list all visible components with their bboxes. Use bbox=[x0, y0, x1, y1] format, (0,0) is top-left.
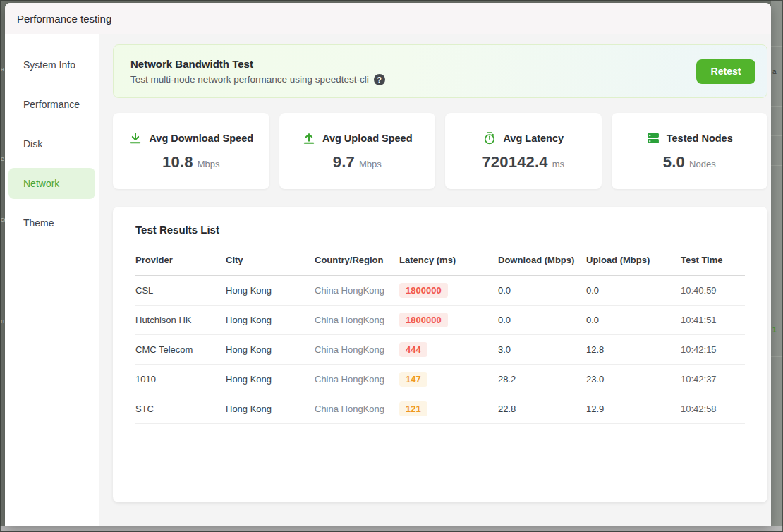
cell-provider: CSL bbox=[135, 285, 226, 296]
cell-city: Hong Kong bbox=[226, 404, 315, 414]
stat-unit: Nodes bbox=[689, 159, 716, 169]
cell-test-time: 10:42:15 bbox=[681, 344, 745, 355]
cell-download: 0.0 bbox=[498, 315, 586, 325]
content-panel: Network Bandwidth Test Test multi-node n… bbox=[99, 34, 771, 526]
stat-value: 9.7 bbox=[333, 153, 355, 171]
upload-icon bbox=[302, 131, 316, 145]
table-row: CSL Hong Kong China HongKong 1800000 0.0… bbox=[135, 276, 745, 306]
help-icon[interactable]: ? bbox=[374, 74, 385, 85]
sidebar-nav: System Info Performance Disk Network The… bbox=[5, 34, 99, 526]
cell-download: 22.8 bbox=[498, 404, 586, 414]
sidebar-item-label: System Info bbox=[23, 59, 75, 71]
retest-button[interactable]: Retest bbox=[696, 59, 755, 84]
stat-label: Avg Download Speed bbox=[149, 133, 253, 144]
latency-badge: 121 bbox=[399, 401, 427, 416]
sidebar-item[interactable]: Disk bbox=[8, 128, 95, 159]
cell-provider: CMC Telecom bbox=[135, 344, 226, 355]
sidebar-item[interactable]: Theme bbox=[8, 207, 95, 238]
column-header: City bbox=[226, 254, 315, 267]
cell-upload: 23.0 bbox=[586, 374, 681, 385]
sidebar-item[interactable]: System Info bbox=[8, 49, 95, 80]
backdrop-text-fragment: e bbox=[1, 155, 4, 162]
cell-test-time: 10:42:37 bbox=[681, 374, 745, 385]
latency-badge: 444 bbox=[399, 342, 427, 357]
sidebar-item[interactable]: Network bbox=[8, 168, 95, 199]
column-header: Provider bbox=[135, 254, 226, 267]
latency-badge: 1800000 bbox=[399, 313, 448, 327]
cell-city: Hong Kong bbox=[226, 344, 315, 355]
stat-card: Avg Download Speed 10.8 Mbps bbox=[113, 113, 269, 189]
backdrop-text-fragment: a bbox=[1, 66, 4, 73]
cell-provider: Hutchison HK bbox=[135, 315, 226, 325]
stat-unit: Mbps bbox=[198, 159, 220, 169]
sidebar-item-label: Disk bbox=[23, 138, 42, 150]
stat-card: Tested Nodes 5.0 Nodes bbox=[612, 113, 768, 189]
test-results-title: Test Results List bbox=[135, 224, 745, 236]
stat-card: Avg Upload Speed 9.7 Mbps bbox=[279, 113, 436, 189]
column-header: Latency (ms) bbox=[399, 254, 498, 267]
cell-region: China HongKong bbox=[315, 285, 399, 296]
cell-city: Hong Kong bbox=[226, 315, 315, 325]
stat-unit: Mbps bbox=[359, 159, 382, 169]
table-header-row: Provider City Country/Region Latency (ms… bbox=[135, 236, 745, 276]
cell-provider: STC bbox=[135, 404, 226, 414]
table-row: Hutchison HK Hong Kong China HongKong 18… bbox=[135, 306, 745, 335]
stat-card: Avg Latency 720142.4 ms bbox=[445, 113, 602, 189]
column-header: Country/Region bbox=[315, 254, 399, 267]
backdrop-text-fragment: 1 bbox=[772, 326, 777, 334]
banner-subtitle: Test multi-node network performance usin… bbox=[130, 74, 369, 85]
cell-download: 0.0 bbox=[498, 285, 586, 296]
stat-unit: ms bbox=[552, 159, 564, 169]
stat-label: Avg Latency bbox=[503, 133, 564, 144]
sidebar-item[interactable]: Performance bbox=[8, 89, 95, 120]
cell-region: China HongKong bbox=[315, 404, 399, 414]
cell-download: 3.0 bbox=[498, 344, 586, 355]
cell-download: 28.2 bbox=[498, 374, 586, 385]
column-header: Download (Mbps) bbox=[498, 254, 586, 267]
stat-label: Avg Upload Speed bbox=[322, 133, 413, 144]
backdrop-bottom-scrollbar[interactable] bbox=[0, 526, 783, 532]
cell-city: Hong Kong bbox=[226, 374, 315, 385]
backdrop-text-fragment: n bbox=[1, 318, 4, 325]
stat-value: 5.0 bbox=[663, 153, 685, 171]
cell-upload: 12.8 bbox=[586, 344, 681, 355]
cell-test-time: 10:41:51 bbox=[681, 315, 745, 325]
sidebar-item-label: Performance bbox=[23, 99, 80, 110]
test-results-card: Test Results List Provider City Country/… bbox=[113, 207, 767, 502]
cell-upload: 12.9 bbox=[586, 404, 681, 414]
sidebar-item-label: Network bbox=[23, 178, 59, 189]
cell-city: Hong Kong bbox=[226, 285, 315, 296]
stat-value: 720142.4 bbox=[482, 153, 547, 171]
stats-row: Avg Download Speed 10.8 Mbps bbox=[113, 113, 767, 189]
table-row: STC Hong Kong China HongKong 121 22.8 12… bbox=[135, 394, 745, 424]
column-header: Upload (Mbps) bbox=[586, 254, 681, 267]
cell-region: China HongKong bbox=[315, 315, 399, 325]
stopwatch-icon bbox=[482, 131, 497, 145]
cell-provider: 1010 bbox=[135, 374, 226, 385]
dialog-header: Performance testing bbox=[5, 3, 771, 34]
table-row: 1010 Hong Kong China HongKong 147 28.2 2… bbox=[135, 365, 745, 394]
latency-badge: 147 bbox=[399, 372, 427, 387]
column-header: Test Time bbox=[681, 254, 745, 267]
table-row: CMC Telecom Hong Kong China HongKong 444… bbox=[135, 335, 745, 365]
latency-badge: 1800000 bbox=[399, 283, 448, 298]
backdrop-text-fragment: a bbox=[772, 68, 777, 75]
performance-testing-dialog: Performance testing System Info Performa… bbox=[5, 3, 771, 526]
backdrop-right-strip: a 1 bbox=[771, 0, 783, 526]
stat-label: Tested Nodes bbox=[667, 133, 733, 144]
banner-title: Network Bandwidth Test bbox=[130, 58, 385, 70]
cell-test-time: 10:40:59 bbox=[681, 285, 745, 296]
cell-region: China HongKong bbox=[315, 374, 399, 385]
cell-region: China HongKong bbox=[315, 344, 399, 355]
stat-value: 10.8 bbox=[162, 153, 193, 171]
backdrop-left-strip: a e ce n bbox=[0, 0, 5, 526]
cell-test-time: 10:42:58 bbox=[681, 404, 745, 414]
download-icon bbox=[128, 131, 142, 145]
cell-upload: 0.0 bbox=[586, 315, 681, 325]
sidebar-item-label: Theme bbox=[23, 217, 54, 229]
cell-upload: 0.0 bbox=[586, 285, 681, 296]
bandwidth-test-banner: Network Bandwidth Test Test multi-node n… bbox=[113, 44, 767, 98]
server-icon bbox=[646, 131, 660, 145]
dialog-title: Performance testing bbox=[17, 13, 111, 25]
